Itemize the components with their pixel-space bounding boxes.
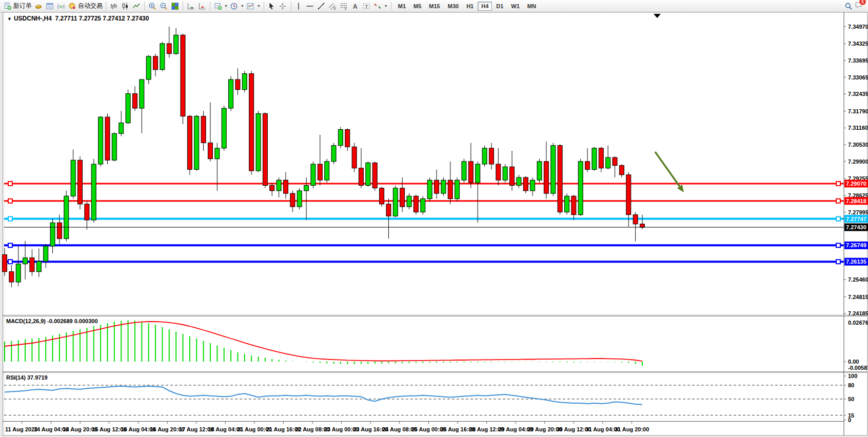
svg-text:-0.005872: -0.005872: [848, 365, 868, 371]
ohlc-values: 7.27711 7.27725 7.27412 7.27430: [55, 15, 149, 22]
main-toolbar: 新订单 自动交易 ▼ ▼ ▼ E F A T ▼ M1M5M15M30H1H4D…: [0, 0, 868, 12]
navigator-button[interactable]: [55, 1, 67, 11]
toolbar-separator: [391, 2, 391, 11]
svg-text:7.27430: 7.27430: [846, 224, 866, 230]
svg-text:80: 80: [848, 382, 854, 388]
zoom-out-icon: [159, 2, 168, 10]
toolbar-separator: [106, 2, 106, 11]
new-chart-button[interactable]: ▼: [212, 1, 229, 11]
text-label-button[interactable]: T: [361, 1, 372, 11]
horizontal-line-button[interactable]: [305, 1, 316, 11]
bar-chart-icon: [109, 2, 118, 10]
svg-text:7.29070: 7.29070: [846, 181, 866, 187]
chart-canvas[interactable]: 7.349707.343257.336957.330657.324357.317…: [0, 0, 868, 437]
timeframe-button-D1[interactable]: D1: [492, 2, 507, 11]
tile-windows-icon: [170, 2, 179, 10]
chevron-down-icon: ▼: [384, 4, 388, 8]
svg-text:100: 100: [848, 373, 857, 379]
zoom-in-button[interactable]: [147, 1, 158, 11]
svg-text:7.27995: 7.27995: [848, 209, 868, 215]
data-window-icon: [45, 2, 54, 10]
auto-scroll-icon: [186, 2, 195, 10]
zoom-out-button[interactable]: [158, 1, 169, 11]
svg-text:7.33065: 7.33065: [848, 74, 868, 81]
rsi-indicator-label: RSI(14) 37.9719: [6, 374, 48, 381]
candlestick-chart-button[interactable]: [120, 1, 131, 11]
svg-text:7.29900: 7.29900: [848, 158, 868, 165]
timeframe-button-H1[interactable]: H1: [463, 2, 477, 11]
bar-chart-button[interactable]: [108, 1, 120, 11]
templates-button[interactable]: ▼: [245, 1, 262, 11]
timeframe-button-M5[interactable]: M5: [410, 2, 425, 11]
chevron-down-icon: ▼: [257, 4, 261, 8]
cursor-button[interactable]: [266, 1, 278, 11]
fibonacci-icon: F: [340, 2, 348, 10]
svg-text:7.34325: 7.34325: [848, 41, 868, 47]
chart-title: ▼USDCNH-,H4 7.27711 7.27725 7.27412 7.27…: [7, 15, 149, 22]
chevron-down-icon: ▼: [224, 4, 228, 8]
svg-text:11 Aug 2023: 11 Aug 2023: [5, 426, 37, 432]
equidistant-channel-icon: E: [328, 2, 337, 10]
svg-text:7.28418: 7.28418: [846, 198, 866, 204]
auto-scroll-button[interactable]: [185, 1, 196, 11]
svg-text:7.31790: 7.31790: [848, 108, 868, 114]
timeframe-button-M15[interactable]: M15: [425, 2, 443, 11]
search-button[interactable]: [843, 1, 854, 11]
svg-text:0.00: 0.00: [848, 359, 859, 365]
zoom-in-icon: [148, 2, 156, 10]
periods-button[interactable]: ▼: [229, 1, 245, 11]
svg-text:50: 50: [848, 396, 854, 402]
svg-text:0.026764: 0.026764: [848, 320, 868, 326]
timeframe-button-M30[interactable]: M30: [444, 2, 462, 11]
text-label-icon: T: [362, 2, 371, 10]
svg-text:T: T: [365, 4, 368, 9]
timeframe-button-H4[interactable]: H4: [478, 2, 492, 11]
fibonacci-button[interactable]: F: [339, 1, 350, 11]
svg-text:A: A: [353, 3, 358, 10]
svg-text:7.32435: 7.32435: [848, 91, 868, 97]
trendline-button[interactable]: [316, 1, 327, 11]
timeframe-button-M1[interactable]: M1: [394, 2, 409, 11]
line-chart-button[interactable]: [131, 1, 142, 11]
svg-text:7.31160: 7.31160: [848, 125, 868, 131]
chart-shift-button[interactable]: [196, 1, 208, 11]
svg-text:7.24185: 7.24185: [848, 310, 868, 316]
new-order-label: 新订单: [13, 2, 32, 10]
svg-text:31 Aug 20:00: 31 Aug 20:00: [615, 426, 649, 432]
market-watch-button[interactable]: [33, 1, 44, 11]
tile-windows-button[interactable]: [169, 1, 181, 11]
arrows-icon: [373, 2, 382, 10]
timeframe-button-W1[interactable]: W1: [507, 2, 523, 11]
toolbar-separator: [144, 2, 145, 11]
vertical-line-icon: [294, 2, 303, 10]
chat-button[interactable]: 1: [854, 1, 863, 11]
new-chart-icon: [213, 2, 222, 10]
channel-button[interactable]: E: [327, 1, 339, 11]
chevron-down-icon: ▼: [241, 4, 244, 8]
svg-text:7.26749: 7.26749: [846, 242, 866, 248]
crosshair-button[interactable]: [278, 1, 289, 11]
symbol-name: USDCNH-,H4: [14, 15, 52, 22]
arrows-tool-button[interactable]: ▼: [372, 1, 389, 11]
cursor-icon: [267, 2, 276, 10]
autotrading-icon: [68, 2, 76, 10]
data-window-button[interactable]: [44, 1, 55, 11]
timeframe-toolbar: M1M5M15M30H1H4D1W1MN: [394, 2, 540, 11]
timeframe-button-MN[interactable]: MN: [524, 2, 540, 11]
vertical-line-button[interactable]: [293, 1, 305, 11]
navigator-icon: [56, 2, 65, 10]
text-tool-button[interactable]: A: [350, 1, 361, 11]
svg-text:7.24815: 7.24815: [848, 294, 868, 300]
crosshair-icon: [279, 2, 287, 10]
symbol-dropdown-icon[interactable]: ▼: [7, 16, 12, 22]
autotrading-label: 自动交易: [78, 2, 103, 10]
clock-icon: [230, 2, 239, 10]
candlestick-chart-icon: [121, 2, 129, 10]
svg-text:7.34970: 7.34970: [848, 24, 868, 30]
new-order-button[interactable]: 新订单: [2, 1, 33, 11]
chart-shift-icon: [198, 2, 206, 10]
autotrading-button[interactable]: 自动交易: [67, 1, 104, 11]
toolbar-separator: [183, 2, 183, 11]
svg-text:0: 0: [848, 417, 851, 423]
svg-text:7.25460: 7.25460: [848, 276, 868, 283]
